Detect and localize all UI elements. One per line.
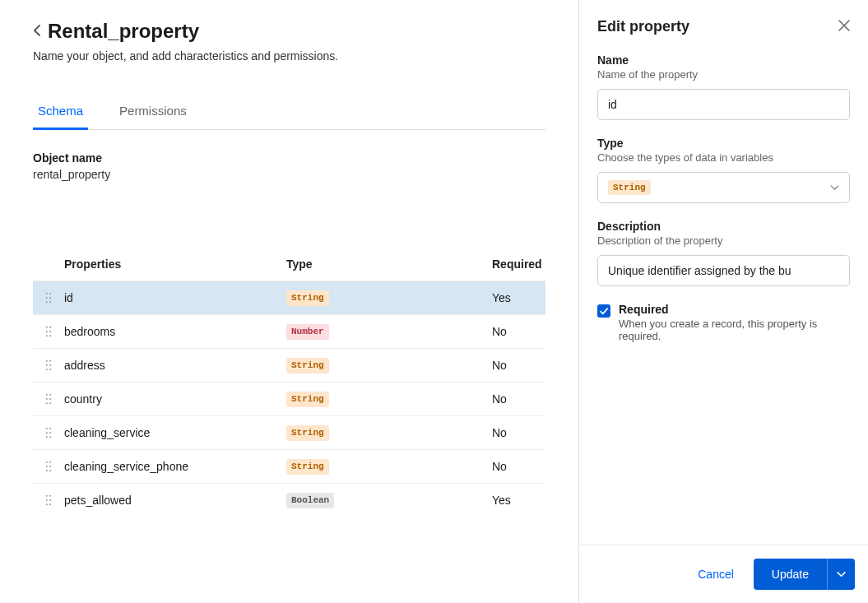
drag-handle-icon[interactable] — [33, 292, 64, 304]
svg-point-13 — [49, 360, 51, 362]
tabs: Schema Permissions — [33, 95, 545, 130]
col-required: Required — [492, 257, 545, 271]
property-type: String — [286, 458, 492, 474]
property-name: cleaning_service — [64, 426, 286, 439]
back-button[interactable] — [33, 24, 41, 39]
desc-label: Description — [597, 220, 850, 233]
table-header: Properties Type Required — [33, 247, 545, 281]
property-type: Boolean — [286, 492, 492, 508]
svg-point-8 — [46, 331, 48, 332]
property-required: Yes — [492, 291, 545, 304]
svg-point-40 — [46, 503, 48, 505]
property-type: Number — [286, 323, 492, 339]
svg-point-20 — [46, 398, 48, 400]
type-label: Type — [597, 137, 850, 150]
panel-title: Edit property — [597, 18, 689, 35]
svg-point-39 — [49, 499, 51, 501]
type-badge: String — [286, 425, 329, 440]
svg-point-12 — [46, 360, 48, 362]
type-badge: Number — [286, 324, 329, 339]
tab-permissions[interactable]: Permissions — [114, 95, 192, 130]
svg-point-0 — [46, 293, 48, 295]
svg-point-36 — [46, 495, 48, 497]
property-name: cleaning_service_phone — [64, 460, 286, 473]
page-title: Rental_property — [48, 20, 199, 43]
table-row[interactable]: idStringYes — [33, 281, 545, 314]
object-name-label: Object name — [33, 151, 545, 165]
svg-point-29 — [49, 436, 51, 438]
close-icon[interactable] — [838, 20, 850, 35]
svg-point-26 — [46, 432, 48, 434]
svg-point-31 — [49, 462, 51, 463]
svg-point-34 — [46, 470, 48, 471]
svg-point-32 — [46, 466, 48, 467]
property-required: No — [492, 325, 545, 338]
svg-point-23 — [49, 402, 51, 404]
table-row[interactable]: cleaning_serviceStringNo — [33, 415, 545, 449]
svg-point-38 — [46, 499, 48, 501]
svg-point-33 — [49, 466, 51, 467]
svg-point-24 — [46, 428, 48, 429]
table-row[interactable]: bedroomsNumberNo — [33, 314, 545, 348]
drag-handle-icon[interactable] — [33, 427, 64, 438]
drag-handle-icon[interactable] — [33, 359, 64, 371]
svg-point-10 — [46, 335, 48, 336]
svg-point-28 — [46, 436, 48, 438]
drag-handle-icon[interactable] — [33, 494, 64, 506]
property-required: No — [492, 426, 545, 439]
table-row[interactable]: addressStringNo — [33, 348, 545, 382]
desc-help: Description of the property — [597, 234, 850, 247]
drag-handle-icon[interactable] — [33, 461, 64, 472]
cancel-button[interactable]: Cancel — [689, 561, 742, 587]
tab-schema[interactable]: Schema — [33, 95, 88, 130]
page-subtitle: Name your object, and add characteristic… — [33, 49, 545, 63]
svg-point-3 — [49, 297, 51, 299]
property-name: address — [64, 359, 286, 372]
svg-point-30 — [46, 462, 48, 463]
panel-footer: Cancel Update — [579, 545, 868, 603]
svg-point-14 — [46, 364, 48, 366]
property-required: No — [492, 460, 545, 473]
svg-point-6 — [46, 327, 48, 328]
type-badge: Boolean — [286, 493, 334, 508]
property-name: id — [64, 291, 286, 304]
required-help: When you create a record, this property … — [619, 318, 850, 342]
edit-property-panel: Edit property Name Name of the property … — [578, 0, 868, 603]
svg-point-15 — [49, 364, 51, 366]
drag-handle-icon[interactable] — [33, 326, 64, 337]
name-label: Name — [597, 53, 850, 67]
update-more-button[interactable] — [827, 559, 855, 590]
property-required: Yes — [492, 494, 545, 507]
type-select[interactable]: String — [597, 172, 850, 203]
property-type: String — [286, 290, 492, 305]
required-checkbox[interactable] — [597, 304, 610, 318]
svg-point-5 — [49, 301, 51, 303]
object-name-value: rental_property — [33, 168, 545, 181]
desc-input[interactable] — [597, 255, 850, 286]
svg-point-19 — [49, 394, 51, 396]
svg-point-16 — [46, 369, 48, 370]
name-help: Name of the property — [597, 68, 850, 81]
chevron-down-icon — [830, 182, 839, 193]
type-help: Choose the types of data in variables — [597, 151, 850, 164]
table-row[interactable]: cleaning_service_phoneStringNo — [33, 449, 545, 483]
required-label: Required — [619, 303, 850, 316]
property-type: String — [286, 424, 492, 440]
svg-point-25 — [49, 428, 51, 429]
drag-handle-icon[interactable] — [33, 393, 64, 405]
svg-point-18 — [46, 394, 48, 396]
svg-point-11 — [49, 335, 51, 336]
update-button[interactable]: Update — [754, 559, 827, 590]
property-type: String — [286, 391, 492, 406]
name-input[interactable] — [597, 89, 850, 120]
table-row[interactable]: countryStringNo — [33, 382, 545, 415]
svg-point-2 — [46, 297, 48, 299]
svg-point-9 — [49, 331, 51, 332]
type-badge: String — [286, 392, 329, 406]
svg-point-7 — [49, 327, 51, 328]
property-name: bedrooms — [64, 325, 286, 338]
table-row[interactable]: pets_allowedBooleanYes — [33, 483, 545, 517]
main-content: Rental_property Name your object, and ad… — [0, 0, 578, 603]
svg-point-37 — [49, 495, 51, 497]
svg-point-4 — [46, 301, 48, 303]
